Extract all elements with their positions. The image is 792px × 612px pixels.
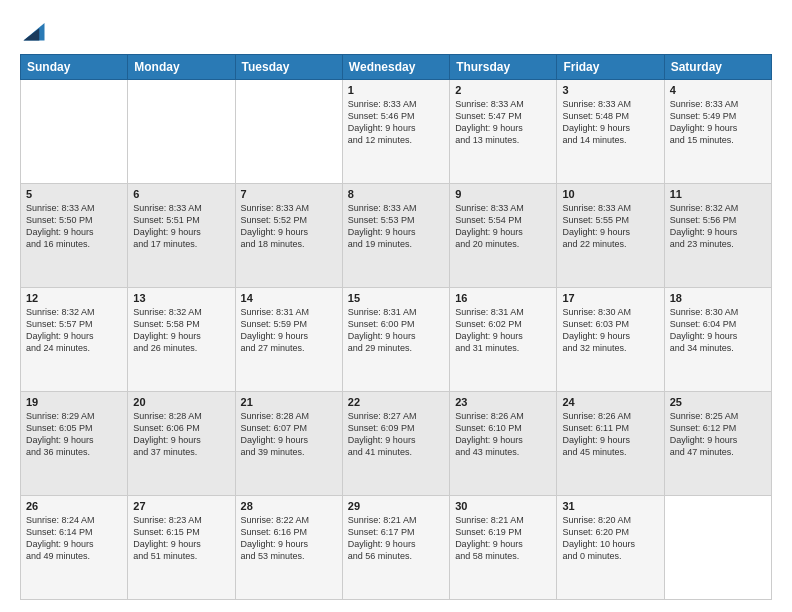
calendar-cell: 8Sunrise: 8:33 AM Sunset: 5:53 PM Daylig…	[342, 184, 449, 288]
weekday-header-thursday: Thursday	[450, 55, 557, 80]
day-number: 8	[348, 188, 444, 200]
day-number: 31	[562, 500, 658, 512]
calendar-cell: 27Sunrise: 8:23 AM Sunset: 6:15 PM Dayli…	[128, 496, 235, 600]
day-number: 23	[455, 396, 551, 408]
calendar-cell	[664, 496, 771, 600]
cell-content: Sunrise: 8:33 AM Sunset: 5:52 PM Dayligh…	[241, 202, 337, 251]
cell-content: Sunrise: 8:22 AM Sunset: 6:16 PM Dayligh…	[241, 514, 337, 563]
logo	[20, 16, 52, 44]
day-number: 21	[241, 396, 337, 408]
calendar-cell: 29Sunrise: 8:21 AM Sunset: 6:17 PM Dayli…	[342, 496, 449, 600]
day-number: 24	[562, 396, 658, 408]
day-number: 10	[562, 188, 658, 200]
page: SundayMondayTuesdayWednesdayThursdayFrid…	[0, 0, 792, 612]
cell-content: Sunrise: 8:28 AM Sunset: 6:06 PM Dayligh…	[133, 410, 229, 459]
calendar-cell: 26Sunrise: 8:24 AM Sunset: 6:14 PM Dayli…	[21, 496, 128, 600]
calendar-cell: 19Sunrise: 8:29 AM Sunset: 6:05 PM Dayli…	[21, 392, 128, 496]
cell-content: Sunrise: 8:32 AM Sunset: 5:58 PM Dayligh…	[133, 306, 229, 355]
cell-content: Sunrise: 8:28 AM Sunset: 6:07 PM Dayligh…	[241, 410, 337, 459]
cell-content: Sunrise: 8:29 AM Sunset: 6:05 PM Dayligh…	[26, 410, 122, 459]
weekday-header-row: SundayMondayTuesdayWednesdayThursdayFrid…	[21, 55, 772, 80]
calendar-cell: 1Sunrise: 8:33 AM Sunset: 5:46 PM Daylig…	[342, 80, 449, 184]
cell-content: Sunrise: 8:33 AM Sunset: 5:50 PM Dayligh…	[26, 202, 122, 251]
calendar-cell: 21Sunrise: 8:28 AM Sunset: 6:07 PM Dayli…	[235, 392, 342, 496]
weekday-header-monday: Monday	[128, 55, 235, 80]
calendar-cell	[235, 80, 342, 184]
week-row-5: 26Sunrise: 8:24 AM Sunset: 6:14 PM Dayli…	[21, 496, 772, 600]
calendar-cell: 3Sunrise: 8:33 AM Sunset: 5:48 PM Daylig…	[557, 80, 664, 184]
header	[20, 16, 772, 44]
calendar-cell: 14Sunrise: 8:31 AM Sunset: 5:59 PM Dayli…	[235, 288, 342, 392]
calendar-cell	[21, 80, 128, 184]
day-number: 17	[562, 292, 658, 304]
calendar-cell: 30Sunrise: 8:21 AM Sunset: 6:19 PM Dayli…	[450, 496, 557, 600]
calendar-cell: 22Sunrise: 8:27 AM Sunset: 6:09 PM Dayli…	[342, 392, 449, 496]
cell-content: Sunrise: 8:24 AM Sunset: 6:14 PM Dayligh…	[26, 514, 122, 563]
week-row-4: 19Sunrise: 8:29 AM Sunset: 6:05 PM Dayli…	[21, 392, 772, 496]
cell-content: Sunrise: 8:33 AM Sunset: 5:54 PM Dayligh…	[455, 202, 551, 251]
calendar-cell: 18Sunrise: 8:30 AM Sunset: 6:04 PM Dayli…	[664, 288, 771, 392]
weekday-header-saturday: Saturday	[664, 55, 771, 80]
day-number: 26	[26, 500, 122, 512]
calendar-cell: 6Sunrise: 8:33 AM Sunset: 5:51 PM Daylig…	[128, 184, 235, 288]
week-row-1: 1Sunrise: 8:33 AM Sunset: 5:46 PM Daylig…	[21, 80, 772, 184]
calendar-cell	[128, 80, 235, 184]
weekday-header-tuesday: Tuesday	[235, 55, 342, 80]
cell-content: Sunrise: 8:31 AM Sunset: 6:02 PM Dayligh…	[455, 306, 551, 355]
cell-content: Sunrise: 8:33 AM Sunset: 5:51 PM Dayligh…	[133, 202, 229, 251]
calendar-cell: 11Sunrise: 8:32 AM Sunset: 5:56 PM Dayli…	[664, 184, 771, 288]
day-number: 5	[26, 188, 122, 200]
cell-content: Sunrise: 8:33 AM Sunset: 5:55 PM Dayligh…	[562, 202, 658, 251]
day-number: 4	[670, 84, 766, 96]
cell-content: Sunrise: 8:25 AM Sunset: 6:12 PM Dayligh…	[670, 410, 766, 459]
day-number: 18	[670, 292, 766, 304]
day-number: 29	[348, 500, 444, 512]
calendar-cell: 28Sunrise: 8:22 AM Sunset: 6:16 PM Dayli…	[235, 496, 342, 600]
day-number: 6	[133, 188, 229, 200]
calendar-cell: 25Sunrise: 8:25 AM Sunset: 6:12 PM Dayli…	[664, 392, 771, 496]
cell-content: Sunrise: 8:26 AM Sunset: 6:11 PM Dayligh…	[562, 410, 658, 459]
day-number: 13	[133, 292, 229, 304]
calendar-cell: 12Sunrise: 8:32 AM Sunset: 5:57 PM Dayli…	[21, 288, 128, 392]
cell-content: Sunrise: 8:31 AM Sunset: 5:59 PM Dayligh…	[241, 306, 337, 355]
day-number: 19	[26, 396, 122, 408]
cell-content: Sunrise: 8:23 AM Sunset: 6:15 PM Dayligh…	[133, 514, 229, 563]
day-number: 16	[455, 292, 551, 304]
cell-content: Sunrise: 8:32 AM Sunset: 5:56 PM Dayligh…	[670, 202, 766, 251]
cell-content: Sunrise: 8:33 AM Sunset: 5:46 PM Dayligh…	[348, 98, 444, 147]
day-number: 20	[133, 396, 229, 408]
calendar-cell: 10Sunrise: 8:33 AM Sunset: 5:55 PM Dayli…	[557, 184, 664, 288]
day-number: 14	[241, 292, 337, 304]
cell-content: Sunrise: 8:33 AM Sunset: 5:48 PM Dayligh…	[562, 98, 658, 147]
calendar-cell: 2Sunrise: 8:33 AM Sunset: 5:47 PM Daylig…	[450, 80, 557, 184]
weekday-header-sunday: Sunday	[21, 55, 128, 80]
day-number: 15	[348, 292, 444, 304]
calendar-cell: 20Sunrise: 8:28 AM Sunset: 6:06 PM Dayli…	[128, 392, 235, 496]
day-number: 1	[348, 84, 444, 96]
week-row-3: 12Sunrise: 8:32 AM Sunset: 5:57 PM Dayli…	[21, 288, 772, 392]
cell-content: Sunrise: 8:33 AM Sunset: 5:49 PM Dayligh…	[670, 98, 766, 147]
day-number: 30	[455, 500, 551, 512]
calendar-cell: 9Sunrise: 8:33 AM Sunset: 5:54 PM Daylig…	[450, 184, 557, 288]
calendar-cell: 24Sunrise: 8:26 AM Sunset: 6:11 PM Dayli…	[557, 392, 664, 496]
calendar-cell: 7Sunrise: 8:33 AM Sunset: 5:52 PM Daylig…	[235, 184, 342, 288]
day-number: 2	[455, 84, 551, 96]
cell-content: Sunrise: 8:31 AM Sunset: 6:00 PM Dayligh…	[348, 306, 444, 355]
day-number: 25	[670, 396, 766, 408]
cell-content: Sunrise: 8:21 AM Sunset: 6:17 PM Dayligh…	[348, 514, 444, 563]
calendar-cell: 31Sunrise: 8:20 AM Sunset: 6:20 PM Dayli…	[557, 496, 664, 600]
calendar-cell: 23Sunrise: 8:26 AM Sunset: 6:10 PM Dayli…	[450, 392, 557, 496]
calendar-cell: 13Sunrise: 8:32 AM Sunset: 5:58 PM Dayli…	[128, 288, 235, 392]
cell-content: Sunrise: 8:26 AM Sunset: 6:10 PM Dayligh…	[455, 410, 551, 459]
cell-content: Sunrise: 8:27 AM Sunset: 6:09 PM Dayligh…	[348, 410, 444, 459]
cell-content: Sunrise: 8:33 AM Sunset: 5:53 PM Dayligh…	[348, 202, 444, 251]
cell-content: Sunrise: 8:21 AM Sunset: 6:19 PM Dayligh…	[455, 514, 551, 563]
logo-icon	[20, 16, 48, 44]
day-number: 9	[455, 188, 551, 200]
cell-content: Sunrise: 8:20 AM Sunset: 6:20 PM Dayligh…	[562, 514, 658, 563]
day-number: 28	[241, 500, 337, 512]
cell-content: Sunrise: 8:33 AM Sunset: 5:47 PM Dayligh…	[455, 98, 551, 147]
day-number: 27	[133, 500, 229, 512]
calendar-cell: 4Sunrise: 8:33 AM Sunset: 5:49 PM Daylig…	[664, 80, 771, 184]
weekday-header-friday: Friday	[557, 55, 664, 80]
